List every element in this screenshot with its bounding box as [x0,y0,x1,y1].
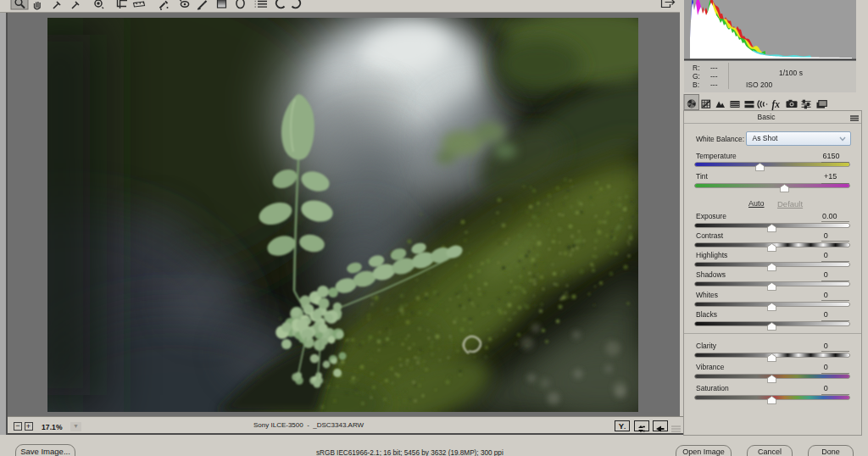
svg-text:fx: fx [772,99,781,110]
